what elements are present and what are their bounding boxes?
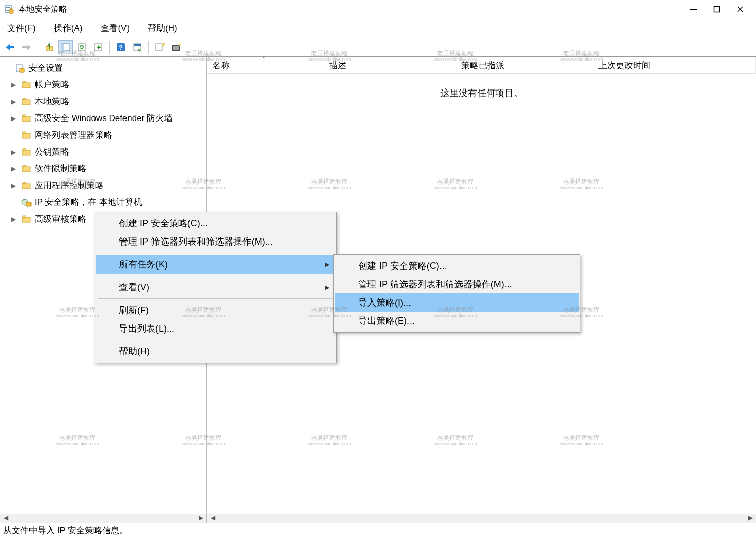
expand-caret-icon[interactable]: ▶: [11, 115, 18, 122]
show-hide-tree-button[interactable]: [58, 40, 73, 54]
svg-rect-45: [22, 150, 30, 155]
tree-item-label: 应用程序控制策略: [35, 180, 104, 191]
expand-caret-icon[interactable]: ▶: [11, 81, 18, 88]
column-desc[interactable]: 描述: [324, 57, 456, 73]
cm-manage-filters[interactable]: 管理 IP 筛选器列表和筛选器操作(M)...: [96, 232, 335, 251]
scroll-right-icon[interactable]: ▶: [746, 514, 755, 523]
svg-marker-42: [22, 115, 26, 116]
svg-marker-12: [27, 44, 31, 50]
svg-rect-17: [61, 44, 64, 51]
svg-rect-37: [22, 83, 30, 88]
menu-action[interactable]: 操作(A): [51, 20, 86, 36]
scroll-left-icon[interactable]: ◀: [1, 514, 10, 523]
close-button[interactable]: [729, 1, 752, 17]
scroll-left-icon[interactable]: ◀: [208, 514, 217, 523]
sort-indicator-icon: ⌃: [262, 57, 266, 62]
svg-rect-11: [9, 46, 14, 48]
nav-forward-button[interactable]: [19, 40, 34, 54]
expand-caret-icon[interactable]: ▶: [11, 148, 18, 156]
list-horizontal-scrollbar[interactable]: ◀ ▶: [207, 514, 756, 523]
menu-separator: [98, 298, 333, 299]
scroll-right-icon[interactable]: ▶: [196, 514, 205, 523]
svg-rect-53: [22, 217, 30, 222]
refresh-button[interactable]: [75, 40, 89, 54]
ip-security-icon: [21, 198, 32, 207]
properties-button[interactable]: [130, 40, 144, 54]
tree-item-label: 高级审核策略: [35, 213, 86, 225]
cm-label: 帮助(H): [119, 345, 150, 357]
folder-icon: [21, 164, 32, 173]
cm-label: 创建 IP 安全策略(C)...: [119, 217, 208, 229]
column-lastmod[interactable]: 上次更改时间: [593, 57, 756, 73]
cm-label: 刷新(F): [119, 304, 149, 316]
cm-label: 创建 IP 安全策略(C)...: [358, 260, 447, 272]
svg-marker-48: [22, 165, 26, 167]
minimize-button[interactable]: [682, 1, 705, 17]
cm-help[interactable]: 帮助(H): [96, 342, 335, 361]
expand-caret-icon[interactable]: ▶: [11, 216, 18, 223]
cm-all-tasks[interactable]: 所有任务(K): [96, 255, 335, 274]
maximize-button[interactable]: [705, 1, 729, 17]
svg-rect-39: [22, 100, 30, 105]
expand-caret-icon[interactable]: ▶: [11, 182, 18, 189]
cm-refresh[interactable]: 刷新(F): [96, 301, 335, 319]
list-header: 名称 ⌃ 描述 策略已指派 上次更改时间: [207, 57, 756, 74]
svg-rect-32: [173, 46, 179, 50]
tree-item-local-policy[interactable]: ▶ 本地策略: [0, 93, 206, 110]
expand-caret-icon[interactable]: ▶: [11, 98, 18, 105]
svg-marker-44: [22, 132, 26, 133]
column-desc-label: 描述: [329, 59, 346, 71]
tree-item-network-list[interactable]: 网络列表管理器策略: [0, 127, 206, 143]
cm-create-ip-policy[interactable]: 创建 IP 安全策略(C)...: [96, 214, 335, 232]
export-list-button[interactable]: [91, 40, 105, 54]
folder-icon: [21, 97, 32, 106]
tree-root[interactable]: 安全设置: [0, 59, 206, 76]
tree-item-defender-firewall[interactable]: ▶ 高级安全 Windows Defender 防火墙: [0, 110, 206, 127]
folder-icon: [21, 131, 32, 140]
cm-view[interactable]: 查看(V): [96, 278, 335, 296]
svg-marker-54: [22, 216, 26, 217]
help-button[interactable]: ?: [114, 40, 128, 54]
column-assigned-label: 策略已指派: [461, 59, 505, 71]
create-policy-button[interactable]: [153, 40, 167, 54]
tree-horizontal-scrollbar[interactable]: ◀ ▶: [0, 514, 206, 523]
toolbar-separator: [38, 41, 38, 54]
svg-line-30: [164, 43, 165, 44]
sub-manage-filters[interactable]: 管理 IP 筛选器列表和筛选器操作(M)...: [335, 275, 579, 293]
folder-icon: [21, 80, 32, 89]
folder-icon: [21, 215, 32, 224]
manage-filters-button[interactable]: [169, 40, 183, 54]
svg-rect-47: [22, 167, 30, 172]
statusbar: 从文件中导入 IP 安全策略信息。: [0, 523, 756, 538]
cm-label: 导入策略(I)...: [358, 296, 411, 309]
window-title: 本地安全策略: [18, 4, 682, 15]
cm-label: 管理 IP 筛选器列表和筛选器操作(M)...: [358, 278, 512, 290]
cm-label: 查看(V): [119, 281, 149, 293]
menu-file[interactable]: 文件(F): [4, 20, 39, 36]
folder-icon: [21, 147, 32, 157]
svg-rect-41: [22, 116, 30, 122]
nav-back-button[interactable]: [3, 40, 17, 54]
tree-item-ip-security[interactable]: IP 安全策略，在 本地计算机: [0, 194, 206, 211]
menu-help[interactable]: 帮助(H): [145, 20, 180, 36]
column-name-label: 名称: [212, 59, 230, 71]
up-level-button[interactable]: [42, 40, 56, 54]
tree-item-software-restriction[interactable]: ▶ 软件限制策略: [0, 160, 206, 177]
expand-caret-icon[interactable]: ▶: [11, 165, 18, 172]
column-assigned[interactable]: 策略已指派: [456, 57, 593, 73]
svg-rect-2: [6, 9, 10, 9]
sub-export-policy[interactable]: 导出策略(E)...: [335, 312, 579, 330]
status-text: 从文件中导入 IP 安全策略信息。: [3, 525, 128, 536]
sub-create-ip-policy[interactable]: 创建 IP 安全策略(C)...: [335, 257, 579, 275]
cm-export-list[interactable]: 导出列表(L)...: [96, 319, 335, 338]
svg-text:?: ?: [119, 44, 123, 51]
app-icon: [4, 4, 14, 14]
tree-item-account-policy[interactable]: ▶ 帐户策略: [0, 76, 206, 93]
menu-view[interactable]: 查看(V): [98, 20, 133, 36]
column-name[interactable]: 名称 ⌃: [207, 57, 324, 73]
sub-import-policy[interactable]: 导入策略(I)...: [335, 293, 579, 312]
tree-item-public-key[interactable]: ▶ 公钥策略: [0, 143, 206, 160]
tree-item-app-control[interactable]: ▶ 应用程序控制策略: [0, 177, 206, 194]
toolbar-separator: [148, 41, 149, 54]
svg-rect-26: [156, 44, 162, 51]
